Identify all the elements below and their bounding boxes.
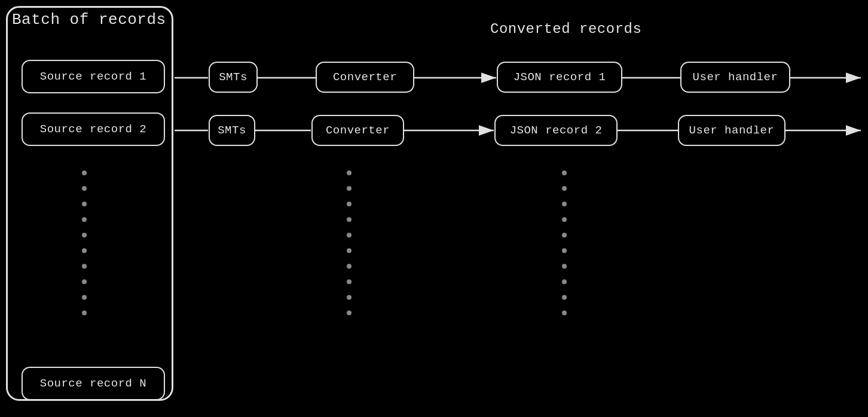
json-record-1-label: JSON record 1 [514,71,606,84]
source-record-n-box: Source record N [22,367,165,400]
converted-title: Converted records [490,21,641,37]
user-handler-1-box: User handler [680,62,790,93]
user-handler-1-label: User handler [693,71,778,84]
source-record-2-box: Source record 2 [22,112,165,146]
source-record-n-label: Source record N [40,377,147,390]
diagram: Batch of records Source record 1 Source … [0,0,868,417]
json-record-2-label: JSON record 2 [510,124,603,137]
converter-1-box: Converter [316,62,414,93]
source-record-2-label: Source record 2 [40,123,147,136]
smts-2-label: SMTs [218,124,246,137]
converter-1-label: Converter [333,71,397,84]
json-record-1-box: JSON record 1 [497,62,622,93]
smts-1-label: SMTs [219,71,247,84]
converter-2-label: Converter [326,124,390,137]
dots-right [562,171,567,315]
smts-2-box: SMTs [209,115,255,146]
source-record-1-label: Source record 1 [40,70,147,83]
dots-middle [347,171,352,315]
user-handler-2-box: User handler [678,115,786,146]
source-record-1-box: Source record 1 [22,60,165,93]
converter-2-box: Converter [311,115,404,146]
batch-title: Batch of records [12,11,166,29]
dots-batch [82,171,87,315]
user-handler-2-label: User handler [689,124,775,137]
smts-1-box: SMTs [209,62,258,93]
json-record-2-box: JSON record 2 [494,115,618,146]
